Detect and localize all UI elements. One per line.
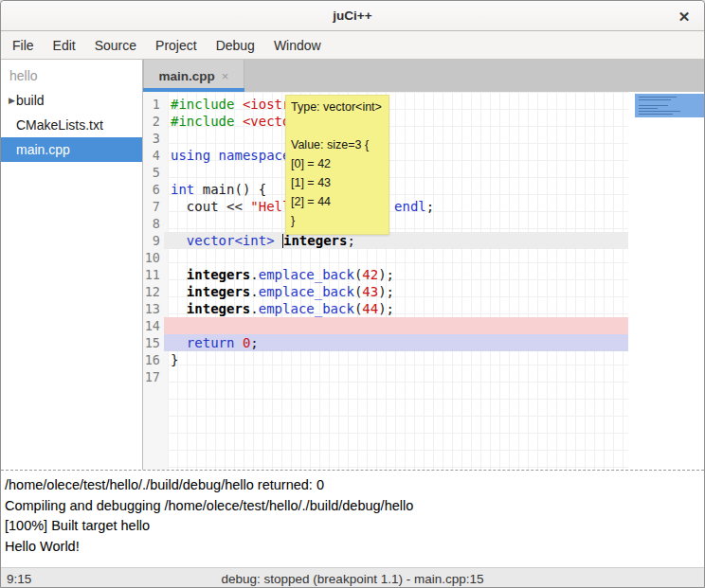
line-number: 1: [143, 96, 164, 113]
debug-tooltip: Type: vector<int> Value: size=3 { [0] = …: [285, 95, 389, 235]
code-token: ;: [250, 335, 258, 350]
terminal-panel[interactable]: /home/olece/test/hello/./build/debug/hel…: [1, 470, 704, 567]
code-token: namespace: [219, 148, 291, 163]
code-text[interactable]: vector<int> integers;: [164, 232, 628, 249]
close-icon[interactable]: ✕: [674, 7, 695, 27]
tree-item-build[interactable]: ▶build: [1, 88, 142, 113]
menu-source[interactable]: Source: [85, 32, 146, 59]
code-token: );: [378, 301, 394, 316]
code-token: integers: [187, 267, 250, 282]
code-text[interactable]: }: [164, 351, 628, 368]
tooltip-line: Value: size=3 {: [291, 135, 384, 154]
code-text[interactable]: integers.emplace_back(42);: [164, 266, 628, 283]
code-token: int: [171, 182, 194, 197]
code-text[interactable]: int main() {: [164, 181, 628, 198]
code-line-13: 13 integers.emplace_back(44);: [143, 300, 628, 317]
line-number: 12: [143, 283, 164, 300]
code-line-16: 16}: [143, 351, 628, 368]
sidebar: hello ▶buildCMakeLists.txtmain.cpp: [1, 60, 143, 470]
tooltip-line: }: [291, 211, 384, 230]
line-number: 7: [143, 198, 164, 215]
code-token: integers: [187, 301, 250, 316]
code-token: emplace_back: [259, 267, 354, 282]
code-text[interactable]: [164, 368, 628, 385]
minimap-code-mark: [639, 108, 658, 109]
code-token: );: [378, 267, 394, 282]
line-number: 15: [143, 334, 164, 351]
code-token: return: [187, 335, 235, 350]
code-line-12: 12 integers.emplace_back(43);: [143, 283, 628, 300]
line-number: 10: [143, 249, 164, 266]
code-token: [234, 335, 242, 350]
code-token: endl: [394, 199, 426, 214]
code-text[interactable]: [164, 215, 628, 232]
code-text[interactable]: cout << "Hello World!" << endl;: [164, 198, 628, 215]
tree-item-main.cpp[interactable]: main.cpp: [1, 137, 142, 162]
code-text[interactable]: integers.emplace_back(43);: [164, 283, 628, 300]
code-token: [194, 182, 202, 197]
file-tree: ▶buildCMakeLists.txtmain.cpp: [1, 88, 142, 162]
editor-pane: main.cpp × 1#include <iostream>2#include…: [143, 60, 704, 470]
code-token: cout <<: [171, 199, 250, 214]
main-area: hello ▶buildCMakeLists.txtmain.cpp main.…: [1, 60, 704, 470]
line-number: 5: [143, 164, 164, 181]
code-text[interactable]: #include <vector>: [164, 113, 628, 130]
tab-bar: main.cpp ×: [143, 60, 704, 92]
terminal-line: /home/olece/test/hello/./build/debug/hel…: [5, 475, 700, 496]
app-window: juCi++ ✕ FileEditSourceProjectDebugWindo…: [0, 0, 705, 588]
minimap-code-mark: [639, 99, 671, 100]
code-text[interactable]: [164, 249, 628, 266]
code-token: ;: [426, 199, 434, 214]
status-bar: 9:15 debug: stopped (breakpoint 1.1) - m…: [1, 567, 704, 588]
terminal-line: Hello World!: [5, 537, 700, 558]
code-line-17: 17: [143, 368, 628, 385]
code-token: .: [250, 284, 258, 299]
window-title: juCi++: [333, 9, 371, 23]
menu-bar: FileEditSourceProjectDebugWindow: [1, 31, 704, 60]
tab-label: main.cpp: [159, 69, 215, 83]
code-text[interactable]: [164, 317, 628, 334]
code-text[interactable]: [164, 164, 628, 181]
code-token: main() {: [203, 182, 266, 197]
tab-main-cpp[interactable]: main.cpp ×: [143, 60, 244, 92]
code-text[interactable]: return 0;: [164, 334, 628, 351]
tree-item-label: CMakeLists.txt: [16, 117, 103, 133]
menu-project[interactable]: Project: [146, 32, 207, 59]
code-line-11: 11 integers.emplace_back(42);: [143, 266, 628, 283]
code-line-14: 14: [143, 317, 628, 334]
tree-item-cmakelists.txt[interactable]: CMakeLists.txt: [1, 113, 142, 137]
code-token: emplace_back: [259, 284, 354, 299]
code-token: using: [171, 148, 210, 163]
code-editor[interactable]: 1#include <iostream>2#include <vector>34…: [143, 92, 704, 470]
project-name: hello: [1, 63, 142, 88]
line-number: 16: [143, 351, 164, 368]
menu-window[interactable]: Window: [264, 32, 331, 59]
code-token: .: [250, 267, 258, 282]
code-text[interactable]: using namespace std;: [164, 147, 628, 164]
expander-icon[interactable]: ▶: [1, 96, 16, 105]
code-token: #include: [171, 97, 234, 112]
code-line-10: 10: [143, 249, 628, 266]
line-number: 11: [143, 266, 164, 283]
code-token: );: [378, 284, 394, 299]
tooltip-line: Type: vector<int>: [291, 98, 384, 116]
code-token: 44: [362, 301, 378, 316]
code-token: }: [171, 352, 178, 367]
tooltip-line: [291, 116, 384, 135]
code-text[interactable]: [164, 130, 628, 147]
line-number: 6: [143, 181, 164, 198]
minimap-code-mark: [639, 105, 668, 106]
tab-close-icon[interactable]: ×: [222, 69, 229, 83]
minimap-viewport[interactable]: [635, 94, 704, 117]
terminal-output: /home/olece/test/hello/./build/debug/hel…: [5, 475, 700, 557]
code-text[interactable]: integers.emplace_back(44);: [164, 300, 628, 317]
code-text[interactable]: #include <iostream>: [164, 96, 628, 113]
menu-debug[interactable]: Debug: [207, 32, 264, 59]
menu-edit[interactable]: Edit: [44, 32, 85, 59]
terminal-line: Compiling and debugging /home/olece/test…: [5, 496, 700, 517]
menu-file[interactable]: File: [3, 32, 44, 59]
code-token: [210, 148, 218, 163]
minimap[interactable]: [628, 92, 704, 470]
code-token: [171, 267, 187, 282]
code-token: integers: [283, 233, 347, 248]
